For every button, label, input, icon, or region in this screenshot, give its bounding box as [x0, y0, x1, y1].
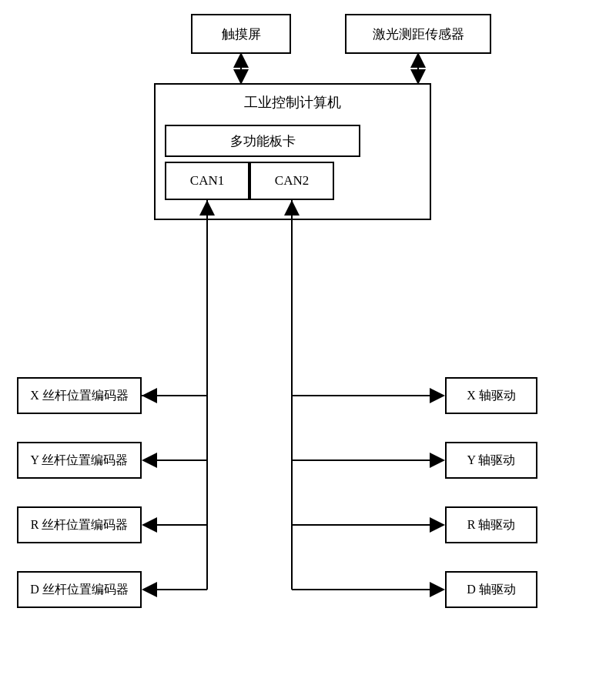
can1-box: CAN1: [165, 162, 249, 200]
diagram: 触摸屏 激光测距传感器 工业控制计算机 多功能板卡 CAN1 CAN2 X 丝杆…: [0, 0, 616, 675]
encoder-y-box: Y 丝杆位置编码器: [17, 442, 142, 479]
laser-sensor-box: 激光测距传感器: [345, 14, 491, 54]
touchscreen-label: 触摸屏: [222, 25, 261, 43]
drive-x-box: X 轴驱动: [445, 377, 537, 414]
laser-label: 激光测距传感器: [373, 25, 464, 43]
drive-d-box: D 轴驱动: [445, 571, 537, 608]
encoder-r-box: R 丝杆位置编码器: [17, 506, 142, 543]
touchscreen-box: 触摸屏: [191, 14, 291, 54]
encoder-d-box: D 丝杆位置编码器: [17, 571, 142, 608]
computer-title: 工业控制计算机: [156, 85, 430, 120]
drive-y-box: Y 轴驱动: [445, 442, 537, 479]
drive-r-box: R 轴驱动: [445, 506, 537, 543]
multicard-box: 多功能板卡: [165, 125, 360, 157]
encoder-x-box: X 丝杆位置编码器: [17, 377, 142, 414]
can2-box: CAN2: [249, 162, 334, 200]
